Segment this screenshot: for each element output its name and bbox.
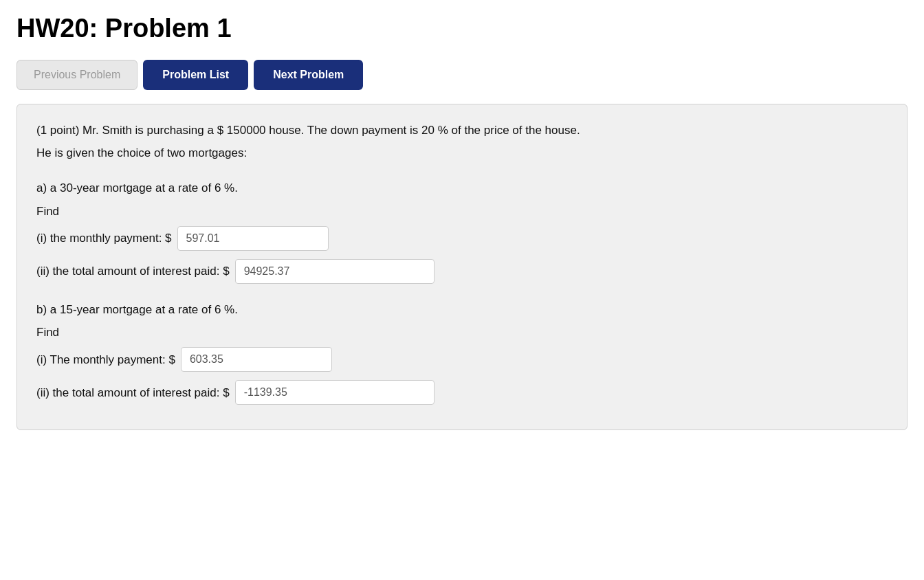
part-a-q2-label: (ii) the total amount of interest paid: …: [36, 262, 230, 280]
previous-problem-button[interactable]: Previous Problem: [16, 60, 138, 90]
part-b-q2-label: (ii) the total amount of interest paid: …: [36, 383, 230, 402]
part-a-q1-label: (i) the monthly payment: $: [36, 229, 172, 247]
part-a-total-interest-input[interactable]: [235, 259, 434, 284]
part-b-total-interest-input[interactable]: [235, 380, 434, 405]
part-b-q1-row: (i) The monthly payment: $: [36, 347, 888, 372]
part-a-q2-row: (ii) the total amount of interest paid: …: [36, 259, 888, 284]
part-b-monthly-payment-input[interactable]: [181, 347, 332, 372]
part-b-find-label: Find: [36, 323, 888, 342]
problem-intro: (1 point) Mr. Smith is purchasing a $ 15…: [36, 121, 888, 140]
part-a: a) a 30-year mortgage at a rate of 6 %. …: [36, 179, 888, 283]
next-problem-button[interactable]: Next Problem: [254, 60, 363, 90]
problem-container: (1 point) Mr. Smith is purchasing a $ 15…: [16, 104, 908, 430]
part-b: b) a 15-year mortgage at a rate of 6 %. …: [36, 300, 888, 405]
part-a-q1-row: (i) the monthly payment: $: [36, 226, 888, 251]
part-a-find-label: Find: [36, 202, 888, 221]
part-b-description: b) a 15-year mortgage at a rate of 6 %.: [36, 300, 888, 319]
part-b-q1-label: (i) The monthly payment: $: [36, 350, 175, 369]
part-a-monthly-payment-input[interactable]: [177, 226, 329, 251]
part-b-q2-row: (ii) the total amount of interest paid: …: [36, 380, 888, 405]
problem-list-button[interactable]: Problem List: [143, 60, 248, 90]
page-title: HW20: Problem 1: [16, 14, 908, 43]
part-a-description: a) a 30-year mortgage at a rate of 6 %.: [36, 179, 888, 197]
nav-buttons: Previous Problem Problem List Next Probl…: [16, 60, 908, 90]
problem-choice: He is given the choice of two mortgages:: [36, 144, 888, 162]
